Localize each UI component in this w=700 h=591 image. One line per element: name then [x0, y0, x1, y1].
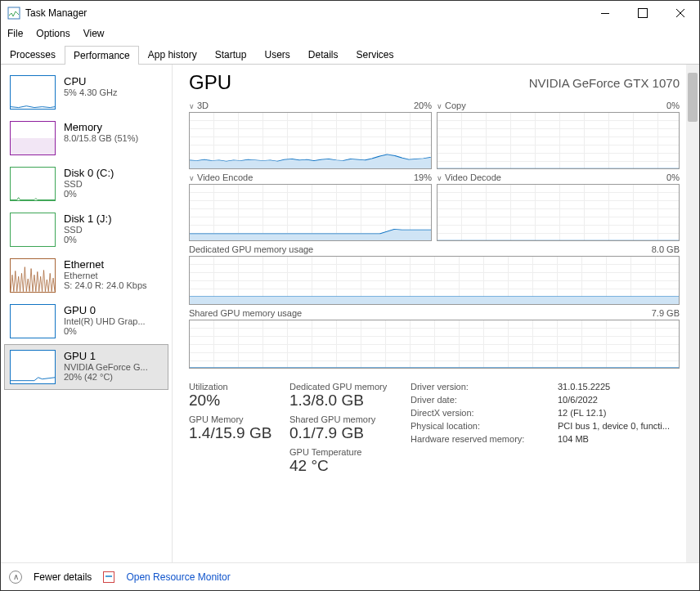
chevron-down-icon: ∨: [189, 174, 195, 182]
resource-monitor-icon: [103, 571, 114, 583]
disk-thumb: [10, 213, 56, 247]
stat-value: 0.1/7.9 GB: [289, 424, 404, 442]
menubar: File Options View: [1, 25, 699, 42]
sidebar-item-sub2: 20% (42 °C): [64, 372, 148, 382]
tab-users[interactable]: Users: [255, 45, 298, 64]
memory-thumb: [10, 121, 56, 155]
graph-canvas: [189, 184, 432, 241]
graph-shared-mem[interactable]: Shared GPU memory usage7.9 GB: [189, 308, 680, 369]
content: GPU NVIDIA GeForce GTX 1070 ∨3D20% ∨Copy…: [173, 65, 699, 562]
sidebar-item-sub: SSD: [64, 225, 112, 235]
sidebar-item-ethernet[interactable]: Ethernet Ethernet S: 24.0 R: 24.0 Kbps: [4, 253, 168, 298]
menu-view[interactable]: View: [83, 28, 105, 39]
sidebar-item-memory[interactable]: Memory 8.0/15.8 GB (51%): [4, 115, 168, 161]
tab-startup[interactable]: Startup: [206, 45, 256, 64]
scrollbar[interactable]: [686, 65, 699, 562]
close-button[interactable]: [662, 1, 699, 25]
chevron-up-icon[interactable]: ∧: [9, 571, 22, 584]
open-resource-monitor-link[interactable]: Open Resource Monitor: [126, 571, 230, 583]
titlebar: Task Manager: [1, 1, 699, 25]
svg-marker-5: [190, 229, 431, 240]
sidebar-item-sub: 5% 4.30 GHz: [64, 87, 117, 97]
sidebar: CPU 5% 4.30 GHz Memory 8.0/15.8 GB (51%)…: [1, 65, 173, 562]
chevron-down-icon: ∨: [189, 102, 195, 110]
tab-performance[interactable]: Performance: [65, 46, 139, 65]
svg-marker-3: [190, 154, 431, 168]
sidebar-item-cpu[interactable]: CPU 5% 4.30 GHz: [4, 69, 168, 115]
window-title: Task Manager: [25, 7, 586, 19]
sidebar-item-sub: Intel(R) UHD Grap...: [64, 316, 146, 326]
graph-canvas: [189, 112, 432, 169]
stat-value: 20%: [189, 392, 283, 410]
sidebar-item-label: Memory: [64, 121, 138, 133]
sidebar-item-gpu0[interactable]: GPU 0 Intel(R) UHD Grap... 0%: [4, 298, 168, 344]
cpu-thumb: [10, 75, 56, 110]
sidebar-item-gpu1[interactable]: GPU 1 NVIDIA GeForce G... 20% (42 °C): [4, 344, 168, 390]
sidebar-item-sub: 8.0/15.8 GB (51%): [64, 133, 138, 143]
sidebar-item-label: Disk 0 (C:): [64, 167, 114, 179]
minimize-button[interactable]: [586, 1, 624, 25]
scrollbar-thumb[interactable]: [688, 73, 698, 122]
sidebar-item-label: GPU 0: [64, 304, 146, 316]
sidebar-item-sub2: S: 24.0 R: 24.0 Kbps: [64, 280, 147, 290]
graph-video-decode[interactable]: ∨Video Decode0%: [437, 172, 680, 241]
graph-dedicated-mem[interactable]: Dedicated GPU memory usage8.0 GB: [189, 244, 680, 305]
meta-list: Driver version:31.0.15.2225 Driver date:…: [411, 382, 680, 480]
sidebar-item-sub: NVIDIA GeForce G...: [64, 362, 148, 372]
tab-processes[interactable]: Processes: [1, 45, 65, 64]
graph-video-encode[interactable]: ∨Video Encode19%: [189, 172, 432, 241]
graph-canvas: [189, 256, 680, 305]
menu-options[interactable]: Options: [36, 28, 70, 39]
gpu-thumb: [10, 304, 56, 338]
tab-app-history[interactable]: App history: [139, 45, 206, 64]
app-icon: [7, 7, 20, 20]
chevron-down-icon: ∨: [437, 102, 442, 110]
stat-label: GPU Memory: [189, 414, 283, 424]
sidebar-item-label: Ethernet: [64, 258, 147, 271]
graph-canvas: [189, 320, 680, 369]
graph-copy[interactable]: ∨Copy0%: [437, 101, 680, 169]
graph-3d[interactable]: ∨3D20%: [189, 101, 432, 169]
svg-rect-0: [8, 7, 20, 19]
footer: ∧ Fewer details Open Resource Monitor: [1, 562, 699, 590]
svg-marker-7: [190, 297, 679, 304]
main-area: CPU 5% 4.30 GHz Memory 8.0/15.8 GB (51%)…: [1, 65, 699, 562]
tabs: Processes Performance App history Startu…: [1, 45, 699, 65]
tab-details[interactable]: Details: [299, 45, 348, 64]
sidebar-item-label: Disk 1 (J:): [64, 213, 112, 225]
sidebar-item-sub2: 0%: [64, 326, 146, 336]
disk-thumb: [10, 167, 56, 201]
stat-label: Shared GPU memory: [289, 414, 404, 424]
stat-value: 42 °C: [289, 457, 404, 475]
maximize-button[interactable]: [624, 1, 662, 25]
sidebar-item-disk0[interactable]: Disk 0 (C:) SSD 0%: [4, 161, 168, 207]
page-title: GPU: [189, 71, 231, 94]
ethernet-thumb: [10, 258, 56, 293]
sidebar-item-disk1[interactable]: Disk 1 (J:) SSD 0%: [4, 207, 168, 253]
tab-services[interactable]: Services: [348, 45, 403, 64]
chevron-down-icon: ∨: [437, 174, 442, 182]
stat-label: Dedicated GPU memory: [289, 382, 404, 392]
graph-canvas: [437, 112, 680, 169]
stat-label: GPU Temperature: [289, 447, 404, 457]
stat-label: Utilization: [189, 382, 283, 392]
fewer-details-link[interactable]: Fewer details: [34, 571, 92, 583]
page-subtitle: NVIDIA GeForce GTX 1070: [529, 76, 680, 90]
stat-value: 1.4/15.9 GB: [189, 424, 283, 442]
sidebar-item-sub2: 0%: [64, 235, 112, 244]
sidebar-item-sub2: 0%: [64, 189, 114, 199]
sidebar-item-sub: Ethernet: [64, 271, 147, 280]
menu-file[interactable]: File: [7, 28, 23, 39]
sidebar-item-label: GPU 1: [64, 350, 148, 362]
graph-canvas: [437, 184, 680, 241]
gpu-thumb: [10, 350, 56, 384]
sidebar-item-sub: SSD: [64, 179, 114, 189]
sidebar-item-label: CPU: [64, 75, 117, 87]
stat-value: 1.3/8.0 GB: [289, 392, 404, 410]
